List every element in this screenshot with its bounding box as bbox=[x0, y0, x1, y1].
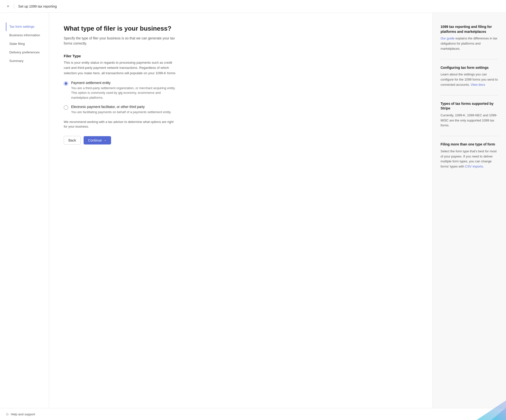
sidebar: Tax form settings Business information S… bbox=[0, 13, 49, 408]
help-section-0-title: 1099 tax reporting and filing for platfo… bbox=[441, 24, 498, 34]
close-button[interactable]: × bbox=[6, 3, 10, 9]
back-button[interactable]: Back bbox=[64, 136, 81, 145]
view-docs-link[interactable]: View docs bbox=[471, 83, 485, 86]
radio-option-epf: Electronic payment facilitator, or other… bbox=[64, 105, 177, 115]
page-subtitle: Specify the type of filer your business … bbox=[64, 36, 177, 46]
divider-2 bbox=[441, 95, 498, 96]
sidebar-item-business-information[interactable]: Business information bbox=[6, 31, 43, 40]
continue-arrow-icon: → bbox=[103, 138, 107, 142]
divider-3 bbox=[441, 136, 498, 136]
guide-link[interactable]: Our guide bbox=[441, 36, 455, 40]
topbar: × Set up 1099 tax reporting bbox=[0, 0, 506, 13]
right-panel: 1099 tax reporting and filing for platfo… bbox=[432, 13, 506, 408]
help-section-0: 1099 tax reporting and filing for platfo… bbox=[441, 24, 498, 51]
csv-imports-link[interactable]: CSV imports bbox=[465, 165, 483, 168]
main-layout: Tax form settings Business information S… bbox=[0, 13, 506, 408]
topbar-title: Set up 1099 tax reporting bbox=[18, 4, 57, 8]
sidebar-item-delivery-preferences[interactable]: Delivery preferences bbox=[6, 48, 43, 57]
page-title: What type of filer is your business? bbox=[64, 24, 418, 33]
radio-pse-title: Payment settlement entity bbox=[71, 81, 177, 85]
help-icon: ⊙ bbox=[6, 412, 9, 416]
topbar-divider bbox=[14, 4, 14, 9]
continue-button[interactable]: Continue → bbox=[84, 136, 111, 144]
help-section-1-title: Configuring tax form settings bbox=[441, 65, 498, 70]
help-section-1: Configuring tax form settings Learn abou… bbox=[441, 65, 498, 87]
button-row: Back Continue → bbox=[64, 136, 418, 145]
divider-1 bbox=[441, 59, 498, 60]
radio-epf-label[interactable]: Electronic payment facilitator, or other… bbox=[71, 105, 171, 115]
radio-epf-desc: You are facilitating payments on behalf … bbox=[71, 110, 171, 115]
help-section-2-title: Types of tax forms supported by Stripe bbox=[441, 101, 498, 111]
filer-type-section-title: Filer Type bbox=[64, 54, 418, 58]
footer-label[interactable]: Help and support bbox=[11, 412, 35, 416]
help-section-2-text: Currently, 1099-K, 1099-NEC and 1099-MIS… bbox=[441, 113, 498, 128]
radio-epf-title: Electronic payment facilitator, or other… bbox=[71, 105, 171, 109]
help-section-3-text: Select the form type that's best for mos… bbox=[441, 149, 498, 169]
radio-pse[interactable] bbox=[64, 81, 68, 86]
content-area: What type of filer is your business? Spe… bbox=[49, 13, 432, 408]
help-section-3-title: Filing more than one type of form bbox=[441, 142, 498, 147]
sidebar-item-tax-form-settings[interactable]: Tax form settings bbox=[6, 23, 43, 31]
footer: ⊙ Help and support bbox=[0, 408, 506, 420]
sidebar-item-summary[interactable]: Summary bbox=[6, 57, 43, 65]
radio-pse-desc: You are a third-party settlement organiz… bbox=[71, 86, 177, 100]
help-section-2: Types of tax forms supported by Stripe C… bbox=[441, 101, 498, 128]
radio-epf[interactable] bbox=[64, 105, 68, 110]
sidebar-item-state-filing[interactable]: State filing bbox=[6, 40, 43, 48]
help-section-3: Filing more than one type of form Select… bbox=[441, 142, 498, 169]
radio-pse-label[interactable]: Payment settlement entity You are a thir… bbox=[71, 81, 177, 100]
help-section-0-text: Our guide explains the differences in ta… bbox=[441, 36, 498, 51]
filer-type-section-desc: This is your entity status in regards to… bbox=[64, 60, 177, 76]
advisor-note: We recommend working with a tax advisor … bbox=[64, 120, 177, 129]
help-section-1-text: Learn about the settings you can configu… bbox=[441, 72, 498, 87]
radio-option-pse: Payment settlement entity You are a thir… bbox=[64, 81, 177, 100]
